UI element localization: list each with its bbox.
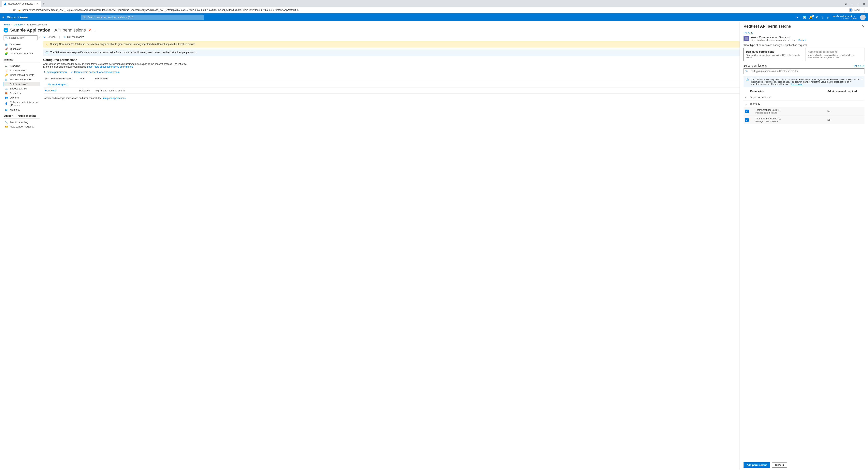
notif-badge: 1 <box>812 15 814 17</box>
notifications-icon[interactable]: 🔔1 <box>809 15 813 19</box>
help-icon[interactable]: ? <box>822 16 823 19</box>
group-other-permissions[interactable]: › Other permissions <box>744 94 864 101</box>
page-subtitle: | API permissions <box>52 28 86 33</box>
grant-consent-button[interactable]: ✓Grant admin consent for chladekdomain <box>71 71 120 73</box>
chevron-right-icon: › <box>11 23 12 26</box>
breadcrumb-home[interactable]: Home <box>4 23 10 26</box>
azure-search-input[interactable] <box>88 16 202 19</box>
sidebar-item-app-roles[interactable]: ▦App roles <box>4 91 40 95</box>
azure-search[interactable]: 🔍 <box>81 14 204 20</box>
permission-search[interactable]: 🔍 <box>744 68 864 74</box>
chevron-right-icon: › <box>745 96 748 99</box>
feedback-button[interactable]: ☺Got feedback? <box>63 35 84 38</box>
browser-tab[interactable]: Request API permissions - Micro × <box>2 1 41 7</box>
collapse-sidebar-icon[interactable]: « <box>39 36 40 39</box>
acs-icon <box>744 36 749 41</box>
search-icon: 🔍 <box>83 16 86 19</box>
window-controls: ◉ — ▢ ✕ <box>844 2 868 7</box>
add-permission-button[interactable]: ＋Add a permission <box>43 70 67 74</box>
feedback-icon[interactable]: ☺ <box>826 16 829 19</box>
api-name: Azure Communication Services <box>751 36 806 39</box>
info-icon[interactable]: ⓘ <box>779 118 781 120</box>
token-icon: ||| <box>5 78 8 81</box>
close-panel-icon[interactable]: ✕ <box>862 25 864 28</box>
sidebar-item-expose[interactable]: ☁Expose an API <box>4 86 40 91</box>
col-type: Type <box>78 76 93 81</box>
app-registration-icon <box>4 28 8 33</box>
sidebar-item-owners[interactable]: 👥Owners <box>4 95 40 100</box>
back-button[interactable]: ← <box>2 8 5 12</box>
info-icon[interactable]: ⓘ <box>778 109 780 111</box>
checkbox-checked[interactable]: ✓ <box>745 118 749 122</box>
sidebar-search[interactable]: 🔍 <box>4 35 37 40</box>
sidebar-item-api-permissions[interactable]: ⊸API permissions <box>4 82 40 86</box>
branding-icon: ▭ <box>5 64 8 67</box>
docs-link[interactable]: Docs ↗ <box>798 39 806 42</box>
sidebar-item-certs[interactable]: 🔑Certificates & secrets <box>4 73 40 77</box>
sidebar-item-authentication[interactable]: ➲Authentication <box>4 68 40 73</box>
profile-avatar-icon: 👤 <box>849 8 852 12</box>
azure-brand[interactable]: Microsoft Azure <box>7 16 28 19</box>
refresh-button[interactable]: ↻Refresh <box>43 35 56 38</box>
breadcrumb-org[interactable]: Contoso <box>14 23 23 26</box>
select-permissions-title: Select permissions <box>744 64 854 67</box>
azure-favicon <box>4 2 6 5</box>
maximize-icon[interactable]: ▢ <box>857 2 859 5</box>
tab-title: Request API permissions - Micro <box>8 2 35 5</box>
permission-type-row: Delegated permissions Your application n… <box>744 48 864 61</box>
new-tab-button[interactable]: + <box>42 2 45 7</box>
permission-search-input[interactable] <box>750 70 863 72</box>
permission-item-manage-chats[interactable]: ✓ Teams.ManageChatsⓘ Manage chats in Tea… <box>744 115 864 124</box>
sidebar-item-new-support[interactable]: 🎫New support request <box>4 124 40 129</box>
sidebar-item-overview[interactable]: ▦Overview <box>4 42 40 47</box>
expand-all-link[interactable]: expand all <box>854 64 864 67</box>
chrome-circle-icon[interactable]: ◉ <box>844 2 847 5</box>
application-permissions-box[interactable]: Application permissions Your application… <box>805 48 865 61</box>
discard-button[interactable]: Discard <box>772 462 787 468</box>
group-teams[interactable]: ⌄ Teams (2) <box>744 101 864 107</box>
settings-icon[interactable]: ⚙ <box>816 15 818 19</box>
hamburger-icon[interactable]: ≡ <box>2 15 4 20</box>
account-avatar[interactable] <box>860 14 866 20</box>
support-icon: 🎫 <box>5 125 8 128</box>
admin-icon: 👤 <box>5 102 8 105</box>
sidebar-item-manifest[interactable]: ▤Manifest <box>4 107 40 112</box>
sidebar-search-input[interactable] <box>9 36 36 39</box>
col-desc: Description <box>94 76 836 81</box>
sidebar-item-roles-admin[interactable]: 👤Roles and administrators | Preview <box>4 100 40 107</box>
lock-icon: 🔒 <box>18 9 21 11</box>
sidebar-item-branding[interactable]: ▭Branding <box>4 64 40 68</box>
sidebar-section-support: Support + Troubleshooting <box>4 114 40 117</box>
sidebar-item-quickstart[interactable]: 🚀Quickstart <box>4 47 40 51</box>
url-field[interactable]: 🔒 portal.azure.com/#blade/Microsoft_AAD_… <box>18 9 846 11</box>
pin-icon[interactable]: 📌 <box>88 29 91 32</box>
sidebar-item-troubleshooting[interactable]: 🔧Troubleshooting <box>4 120 40 124</box>
reload-button[interactable]: ⟳ <box>13 8 16 12</box>
close-tab-icon[interactable]: × <box>37 2 39 5</box>
cloud-shell-icon[interactable]: ▸_ <box>797 15 800 19</box>
permission-item-manage-calls[interactable]: ✓ Teams.ManageCallsⓘ Manage calls in Tea… <box>744 107 864 115</box>
manifest-icon: ▤ <box>5 108 8 111</box>
directory-filter-icon[interactable]: ▣ <box>803 15 806 19</box>
browser-menu-icon[interactable]: ⋮ <box>863 8 866 12</box>
enterprise-apps-link[interactable]: Enterprise applications <box>102 97 125 100</box>
sidebar-item-integration[interactable]: 🧩Integration assistant <box>4 51 40 56</box>
learn-more-link[interactable]: Learn more about permissions and consent <box>87 65 133 68</box>
back-to-all-apis[interactable]: ‹ All APIs <box>744 31 864 34</box>
add-permissions-button[interactable]: Add permissions <box>744 462 770 468</box>
more-icon[interactable]: ⋯ <box>93 29 96 32</box>
search-icon: 🔍 <box>5 36 8 39</box>
close-info-icon[interactable]: ✕ <box>861 77 863 80</box>
warning-icon: ▲ <box>45 43 48 46</box>
checkbox-checked[interactable]: ✓ <box>745 109 749 113</box>
sidebar-section-manage: Manage <box>4 58 40 61</box>
minimize-icon[interactable]: — <box>850 2 853 5</box>
sidebar-item-token[interactable]: |||Token configuration <box>4 77 40 82</box>
delegated-permissions-box[interactable]: Delegated permissions Your application n… <box>744 48 803 61</box>
azure-top-bar: ≡ Microsoft Azure 🔍 ▸_ ▣ 🔔1 ⚙ ? ☺ tom@ch… <box>0 13 868 21</box>
profile-chip[interactable]: 👤 Guest <box>849 8 860 12</box>
forward-button[interactable]: → <box>7 8 11 12</box>
learn-more-link[interactable]: Learn more <box>792 83 803 85</box>
close-window-icon[interactable]: ✕ <box>863 2 865 5</box>
account-info[interactable]: tom@chladekdomain.o… CHLADEKDOMAIN <box>833 15 857 20</box>
